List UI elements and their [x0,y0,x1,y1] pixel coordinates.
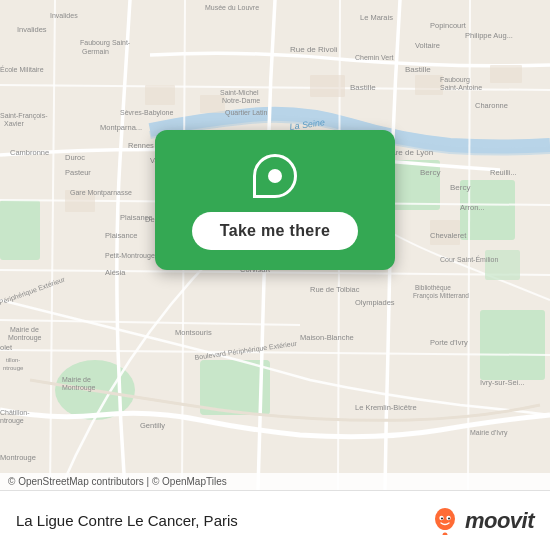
action-card: Take me there [155,130,395,270]
svg-point-86 [442,532,447,535]
svg-text:Cambronne: Cambronne [10,148,49,157]
svg-rect-1 [0,200,40,260]
svg-text:Philippe Aug...: Philippe Aug... [465,31,513,40]
svg-rect-15 [485,250,520,280]
svg-text:Mairie d'Ivry: Mairie d'Ivry [470,429,508,437]
svg-text:Rue de Rivoli: Rue de Rivoli [290,45,338,54]
svg-text:Invalides: Invalides [17,25,47,34]
svg-text:Pasteur: Pasteur [65,168,91,177]
svg-text:Faubourg Saint-: Faubourg Saint- [80,39,131,47]
svg-text:Arron...: Arron... [460,203,485,212]
svg-text:Chemin Vert: Chemin Vert [355,54,394,61]
svg-text:Rennes: Rennes [128,141,154,150]
svg-text:Le Marais: Le Marais [360,13,393,22]
svg-text:Rue de Tolbiac: Rue de Tolbiac [310,285,360,294]
svg-text:Popincourt: Popincourt [430,21,467,30]
svg-text:Montsouris: Montsouris [175,328,212,337]
map-attribution: © OpenStreetMap contributors | © OpenMap… [0,473,550,490]
svg-text:François Mitterrand: François Mitterrand [413,292,469,300]
svg-text:olet: olet [0,343,13,352]
svg-text:Ivry-sur-Sei...: Ivry-sur-Sei... [480,378,525,387]
svg-point-89 [441,517,443,519]
svg-text:Montparna...: Montparna... [100,123,142,132]
svg-rect-7 [145,85,175,105]
svg-text:Alésia: Alésia [105,268,126,277]
svg-text:tillon-: tillon- [6,357,20,363]
svg-text:Invalides: Invalides [50,12,78,19]
svg-text:Saint-Michel: Saint-Michel [220,89,259,96]
svg-text:Mairie de: Mairie de [10,326,39,333]
place-name: La Ligue Contre Le Cancer, Paris [16,512,238,529]
svg-text:Gare Montparnasse: Gare Montparnasse [70,189,132,197]
svg-text:Cour Saint-Émilion: Cour Saint-Émilion [440,255,498,263]
svg-text:Quartier Latin: Quartier Latin [225,109,268,117]
svg-text:ntrouge: ntrouge [0,417,24,425]
svg-text:Duroc: Duroc [65,153,85,162]
svg-text:Sèvres-Babylone: Sèvres-Babylone [120,109,173,117]
location-pin-icon [241,142,309,210]
svg-rect-10 [415,75,443,95]
svg-text:Plaisance: Plaisance [105,231,138,240]
svg-text:Bastille: Bastille [350,83,376,92]
svg-text:Montrouge: Montrouge [0,453,36,462]
svg-text:Saint-François-: Saint-François- [0,112,48,120]
svg-text:Petit-Montrouge: Petit-Montrouge [105,252,155,260]
svg-text:Le Kremlin-Bicêtre: Le Kremlin-Bicêtre [355,403,417,412]
take-me-there-button[interactable]: Take me there [192,212,358,250]
svg-text:Olympiades: Olympiades [355,298,395,307]
svg-text:Musée du Louvre: Musée du Louvre [205,4,259,11]
svg-text:Châtillon-: Châtillon- [0,409,30,416]
svg-rect-9 [310,75,345,97]
svg-text:Gentilly: Gentilly [140,421,165,430]
svg-text:Montrouge: Montrouge [62,384,96,392]
svg-text:Mairie de: Mairie de [62,376,91,383]
bottom-bar: La Ligue Contre Le Cancer, Paris moovit [0,490,550,550]
svg-text:Bibliothèque: Bibliothèque [415,284,451,292]
svg-text:École Militaire: École Militaire [0,65,44,73]
svg-text:Bastille: Bastille [405,65,431,74]
svg-text:Bercy: Bercy [420,168,440,177]
svg-rect-6 [480,310,545,380]
svg-rect-11 [490,65,522,83]
svg-text:ntrouge: ntrouge [3,365,24,371]
svg-text:Bercy: Bercy [450,183,470,192]
svg-text:Montrouge: Montrouge [8,334,42,342]
moovit-icon [431,507,459,535]
svg-text:Reuilli...: Reuilli... [490,168,517,177]
moovit-text: moovit [465,508,534,534]
svg-point-90 [448,517,450,519]
svg-text:Xavier: Xavier [4,120,25,127]
svg-text:Porte d'Ivry: Porte d'Ivry [430,338,468,347]
moovit-logo: moovit [431,507,534,535]
svg-text:Chevaleret: Chevaleret [430,231,467,240]
svg-text:Faubourg: Faubourg [440,76,470,84]
svg-text:Voltaire: Voltaire [415,41,440,50]
map-container: Invalides Invalides Faubourg Saint- Germ… [0,0,550,490]
svg-text:Germain: Germain [82,48,109,55]
svg-text:Maison-Blanche: Maison-Blanche [300,333,354,342]
svg-text:Charonne: Charonne [475,101,508,110]
svg-text:Notre-Dame: Notre-Dame [222,97,260,104]
svg-text:Saint-Antoine: Saint-Antoine [440,84,482,91]
